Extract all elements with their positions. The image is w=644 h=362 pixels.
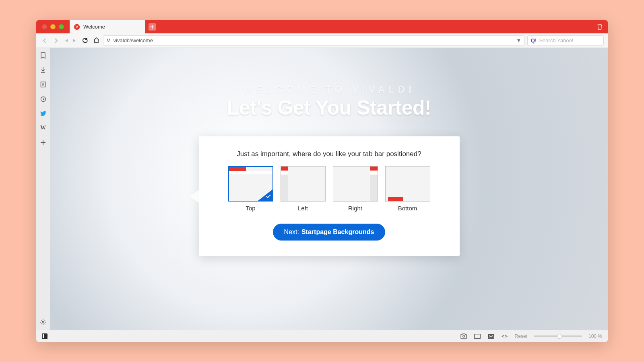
option-label: Top xyxy=(228,205,273,212)
site-info-icon: V xyxy=(107,37,110,43)
minimize-window-button[interactable] xyxy=(50,24,56,29)
maximize-window-button[interactable] xyxy=(59,24,64,29)
images-icon[interactable] xyxy=(487,333,495,340)
trash-button[interactable] xyxy=(592,20,608,33)
forward-button[interactable] xyxy=(52,36,60,45)
add-panel-icon[interactable] xyxy=(39,139,47,146)
bookmarks-panel-icon[interactable] xyxy=(39,52,47,59)
new-tab-button[interactable] xyxy=(149,23,156,31)
svg-point-3 xyxy=(42,321,44,323)
rewind-button[interactable] xyxy=(63,36,69,45)
search-engine-icon[interactable]: Q! xyxy=(531,37,537,43)
tab-welcome[interactable]: Welcome xyxy=(70,20,145,33)
option-bottom[interactable]: Bottom xyxy=(385,166,430,212)
svg-rect-6 xyxy=(488,334,494,339)
wikipedia-letter: W xyxy=(40,125,46,131)
welcome-header: WELCOME TO VIVALDI Let's Get You Started… xyxy=(227,84,431,119)
option-right[interactable]: Right xyxy=(333,166,378,212)
zoom-reset-button[interactable]: Reset xyxy=(515,333,527,339)
tab-bar: Welcome xyxy=(36,20,608,33)
search-input[interactable] xyxy=(539,37,607,43)
check-icon xyxy=(266,193,271,200)
twitter-panel-icon[interactable] xyxy=(39,110,47,117)
tiling-icon[interactable] xyxy=(474,333,481,340)
main-area: W WELCOME TO VIVALDI Let's Get You Start… xyxy=(36,48,608,330)
vivaldi-icon xyxy=(74,24,80,30)
status-bar: <> Reset 100 % xyxy=(36,330,608,342)
tab-title: Welcome xyxy=(83,24,105,30)
settings-panel-icon[interactable] xyxy=(39,319,47,326)
page-actions-icon[interactable]: <> xyxy=(501,333,508,340)
notes-panel-icon[interactable] xyxy=(39,81,47,88)
welcome-subtitle: WELCOME TO VIVALDI xyxy=(227,84,431,95)
back-button[interactable] xyxy=(40,36,49,45)
card-question: Just as important, where do you like you… xyxy=(211,150,448,158)
home-button[interactable] xyxy=(92,36,101,45)
new-tab-area xyxy=(145,20,159,33)
reload-button[interactable] xyxy=(80,36,89,45)
toolbar: V vivaldi://welcome ▼ Q! ▾ xyxy=(36,33,608,48)
zoom-slider[interactable] xyxy=(534,335,582,337)
fast-forward-button[interactable] xyxy=(72,36,78,45)
close-window-button[interactable] xyxy=(42,24,47,29)
address-bar[interactable]: V vivaldi://welcome ▼ xyxy=(103,35,525,46)
svg-rect-5 xyxy=(474,334,480,338)
tab-position-options: Top Left Right Bottom xyxy=(211,166,448,212)
next-prefix: Next: xyxy=(284,228,299,236)
wikipedia-panel-icon[interactable]: W xyxy=(39,124,47,132)
panel-toggle-button[interactable] xyxy=(42,333,47,339)
prev-step-arrow[interactable] xyxy=(190,190,199,203)
address-text: vivaldi://welcome xyxy=(114,37,153,43)
next-label-bold: Startpage Backgrounds xyxy=(301,228,374,236)
svg-point-7 xyxy=(489,335,490,335)
option-left[interactable]: Left xyxy=(281,166,326,212)
search-box[interactable]: Q! ▾ xyxy=(527,35,604,46)
svg-point-0 xyxy=(74,24,80,29)
side-panel: W xyxy=(36,48,50,330)
next-button[interactable]: Next: Startpage Backgrounds xyxy=(273,224,386,241)
option-label: Left xyxy=(281,205,326,212)
onboarding-card: Just as important, where do you like you… xyxy=(199,136,460,256)
history-panel-icon[interactable] xyxy=(39,95,47,103)
window-controls xyxy=(36,20,70,33)
capture-icon[interactable] xyxy=(460,333,467,340)
svg-point-4 xyxy=(462,335,464,337)
address-dropdown-icon[interactable]: ▼ xyxy=(516,37,521,43)
option-top[interactable]: Top xyxy=(228,166,273,212)
welcome-title: Let's Get You Started! xyxy=(227,96,431,119)
downloads-panel-icon[interactable] xyxy=(39,66,47,74)
zoom-level: 100 % xyxy=(588,333,602,339)
option-label: Bottom xyxy=(385,205,430,212)
page-content: WELCOME TO VIVALDI Let's Get You Started… xyxy=(50,48,608,330)
browser-window: Welcome V vivald xyxy=(36,20,608,342)
option-label: Right xyxy=(333,205,378,212)
